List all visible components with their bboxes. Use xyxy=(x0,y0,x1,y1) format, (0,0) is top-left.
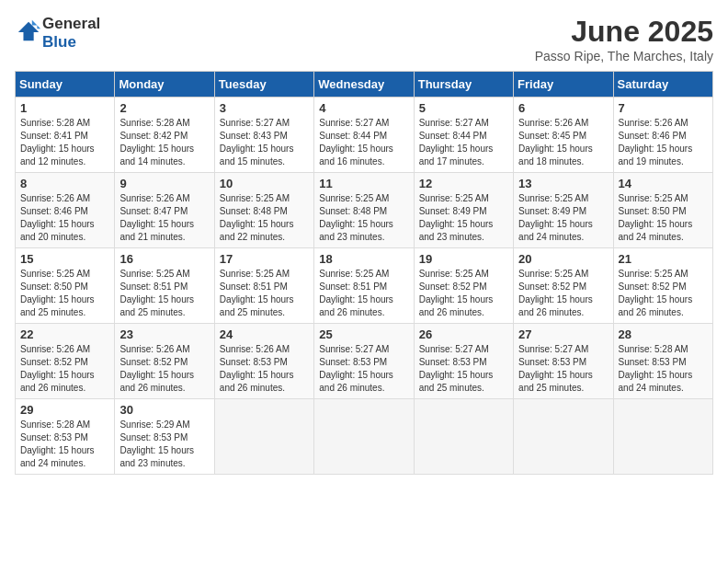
calendar-cell: 5Sunrise: 5:27 AMSunset: 8:44 PMDaylight… xyxy=(414,98,513,173)
calendar-cell: 13Sunrise: 5:25 AMSunset: 8:49 PMDayligh… xyxy=(514,173,613,248)
calendar-cell xyxy=(613,399,712,475)
calendar-cell: 29Sunrise: 5:28 AMSunset: 8:53 PMDayligh… xyxy=(16,399,115,475)
day-number: 30 xyxy=(119,403,209,417)
day-number: 20 xyxy=(518,252,608,266)
day-info: Sunrise: 5:26 AMSunset: 8:46 PMDaylight:… xyxy=(20,192,109,244)
calendar-header-row: SundayMondayTuesdayWednesdayThursdayFrid… xyxy=(16,72,713,98)
day-number: 17 xyxy=(220,252,309,266)
calendar-header-sunday: Sunday xyxy=(16,72,115,98)
day-number: 11 xyxy=(319,177,408,190)
day-number: 7 xyxy=(619,101,708,115)
day-number: 3 xyxy=(220,101,309,115)
day-info: Sunrise: 5:28 AMSunset: 8:53 PMDaylight:… xyxy=(20,419,109,470)
day-number: 23 xyxy=(119,327,209,341)
calendar-body: 1Sunrise: 5:28 AMSunset: 8:41 PMDaylight… xyxy=(16,98,713,475)
day-number: 4 xyxy=(319,101,408,115)
day-info: Sunrise: 5:26 AMSunset: 8:47 PMDaylight:… xyxy=(119,192,209,244)
calendar-cell: 20Sunrise: 5:25 AMSunset: 8:52 PMDayligh… xyxy=(514,248,613,324)
calendar-cell: 3Sunrise: 5:27 AMSunset: 8:43 PMDaylight… xyxy=(214,98,313,173)
calendar-header-saturday: Saturday xyxy=(613,72,712,98)
calendar-cell: 21Sunrise: 5:25 AMSunset: 8:52 PMDayligh… xyxy=(613,248,712,324)
day-number: 1 xyxy=(20,101,109,115)
day-number: 24 xyxy=(220,327,309,341)
day-number: 2 xyxy=(119,101,209,115)
calendar-cell: 11Sunrise: 5:25 AMSunset: 8:48 PMDayligh… xyxy=(314,173,414,248)
day-number: 27 xyxy=(518,327,608,341)
day-info: Sunrise: 5:27 AMSunset: 8:44 PMDaylight:… xyxy=(419,117,508,168)
calendar-cell: 2Sunrise: 5:28 AMSunset: 8:42 PMDaylight… xyxy=(115,98,214,173)
day-number: 9 xyxy=(119,177,209,190)
calendar-cell: 4Sunrise: 5:27 AMSunset: 8:44 PMDaylight… xyxy=(314,98,414,173)
day-number: 19 xyxy=(419,252,508,266)
day-info: Sunrise: 5:27 AMSunset: 8:53 PMDaylight:… xyxy=(419,343,508,395)
calendar-week-row: 29Sunrise: 5:28 AMSunset: 8:53 PMDayligh… xyxy=(16,399,713,475)
logo-general: General xyxy=(42,15,100,32)
day-info: Sunrise: 5:25 AMSunset: 8:51 PMDaylight:… xyxy=(119,268,209,319)
day-number: 22 xyxy=(20,327,109,341)
calendar-cell xyxy=(414,399,513,475)
calendar-cell: 23Sunrise: 5:26 AMSunset: 8:52 PMDayligh… xyxy=(115,324,214,399)
day-info: Sunrise: 5:25 AMSunset: 8:48 PMDaylight:… xyxy=(220,192,309,244)
calendar-header-friday: Friday xyxy=(514,72,613,98)
day-number: 21 xyxy=(619,252,708,266)
day-number: 5 xyxy=(419,101,508,115)
calendar-week-row: 15Sunrise: 5:25 AMSunset: 8:50 PMDayligh… xyxy=(16,248,713,324)
day-number: 8 xyxy=(20,177,109,190)
calendar-cell xyxy=(214,399,313,475)
calendar-cell: 7Sunrise: 5:26 AMSunset: 8:46 PMDaylight… xyxy=(613,98,712,173)
day-info: Sunrise: 5:25 AMSunset: 8:51 PMDaylight:… xyxy=(220,268,309,319)
day-number: 25 xyxy=(319,327,408,341)
day-number: 14 xyxy=(619,177,708,190)
day-info: Sunrise: 5:26 AMSunset: 8:52 PMDaylight:… xyxy=(20,343,109,395)
calendar-cell: 17Sunrise: 5:25 AMSunset: 8:51 PMDayligh… xyxy=(214,248,313,324)
calendar-cell: 14Sunrise: 5:25 AMSunset: 8:50 PMDayligh… xyxy=(613,173,712,248)
day-info: Sunrise: 5:27 AMSunset: 8:43 PMDaylight:… xyxy=(220,117,309,168)
day-number: 28 xyxy=(619,327,708,341)
day-info: Sunrise: 5:28 AMSunset: 8:42 PMDaylight:… xyxy=(119,117,209,168)
day-info: Sunrise: 5:25 AMSunset: 8:52 PMDaylight:… xyxy=(619,268,708,319)
day-info: Sunrise: 5:25 AMSunset: 8:51 PMDaylight:… xyxy=(319,268,408,319)
calendar-week-row: 1Sunrise: 5:28 AMSunset: 8:41 PMDaylight… xyxy=(16,98,713,173)
calendar-cell: 24Sunrise: 5:26 AMSunset: 8:53 PMDayligh… xyxy=(214,324,313,399)
day-number: 29 xyxy=(20,403,109,417)
calendar-cell: 16Sunrise: 5:25 AMSunset: 8:51 PMDayligh… xyxy=(115,248,214,324)
day-info: Sunrise: 5:27 AMSunset: 8:53 PMDaylight:… xyxy=(319,343,408,395)
day-info: Sunrise: 5:26 AMSunset: 8:53 PMDaylight:… xyxy=(220,343,309,395)
calendar-cell: 1Sunrise: 5:28 AMSunset: 8:41 PMDaylight… xyxy=(16,98,115,173)
calendar-cell: 27Sunrise: 5:27 AMSunset: 8:53 PMDayligh… xyxy=(514,324,613,399)
calendar-cell: 19Sunrise: 5:25 AMSunset: 8:52 PMDayligh… xyxy=(414,248,513,324)
day-number: 18 xyxy=(319,252,408,266)
logo-icon xyxy=(17,18,42,44)
day-info: Sunrise: 5:25 AMSunset: 8:50 PMDaylight:… xyxy=(619,192,708,244)
calendar-header-tuesday: Tuesday xyxy=(214,72,313,98)
title-area: June 2025 Passo Ripe, The Marches, Italy xyxy=(535,15,713,63)
location-title: Passo Ripe, The Marches, Italy xyxy=(535,49,713,63)
calendar-cell: 22Sunrise: 5:26 AMSunset: 8:52 PMDayligh… xyxy=(16,324,115,399)
day-number: 12 xyxy=(419,177,508,190)
day-info: Sunrise: 5:25 AMSunset: 8:48 PMDaylight:… xyxy=(319,192,408,244)
calendar-week-row: 22Sunrise: 5:26 AMSunset: 8:52 PMDayligh… xyxy=(16,324,713,399)
calendar-cell: 26Sunrise: 5:27 AMSunset: 8:53 PMDayligh… xyxy=(414,324,513,399)
calendar-cell: 9Sunrise: 5:26 AMSunset: 8:47 PMDaylight… xyxy=(115,173,214,248)
calendar-cell: 10Sunrise: 5:25 AMSunset: 8:48 PMDayligh… xyxy=(214,173,313,248)
calendar-cell: 8Sunrise: 5:26 AMSunset: 8:46 PMDaylight… xyxy=(16,173,115,248)
day-info: Sunrise: 5:27 AMSunset: 8:44 PMDaylight:… xyxy=(319,117,408,168)
day-info: Sunrise: 5:26 AMSunset: 8:45 PMDaylight:… xyxy=(518,117,608,168)
month-title: June 2025 xyxy=(535,15,713,49)
day-info: Sunrise: 5:25 AMSunset: 8:52 PMDaylight:… xyxy=(518,268,608,319)
day-info: Sunrise: 5:27 AMSunset: 8:53 PMDaylight:… xyxy=(518,343,608,395)
logo: General Blue xyxy=(15,15,100,52)
day-info: Sunrise: 5:25 AMSunset: 8:50 PMDaylight:… xyxy=(20,268,109,319)
calendar-cell: 30Sunrise: 5:29 AMSunset: 8:53 PMDayligh… xyxy=(115,399,214,475)
day-number: 26 xyxy=(419,327,508,341)
calendar-cell: 15Sunrise: 5:25 AMSunset: 8:50 PMDayligh… xyxy=(16,248,115,324)
day-info: Sunrise: 5:29 AMSunset: 8:53 PMDaylight:… xyxy=(119,419,209,470)
calendar-cell: 12Sunrise: 5:25 AMSunset: 8:49 PMDayligh… xyxy=(414,173,513,248)
day-number: 16 xyxy=(119,252,209,266)
calendar-header-thursday: Thursday xyxy=(414,72,513,98)
calendar-cell: 25Sunrise: 5:27 AMSunset: 8:53 PMDayligh… xyxy=(314,324,414,399)
day-info: Sunrise: 5:25 AMSunset: 8:52 PMDaylight:… xyxy=(419,268,508,319)
logo-blue: Blue xyxy=(42,33,76,51)
day-info: Sunrise: 5:25 AMSunset: 8:49 PMDaylight:… xyxy=(518,192,608,244)
page-header: General Blue June 2025 Passo Ripe, The M… xyxy=(15,15,713,63)
